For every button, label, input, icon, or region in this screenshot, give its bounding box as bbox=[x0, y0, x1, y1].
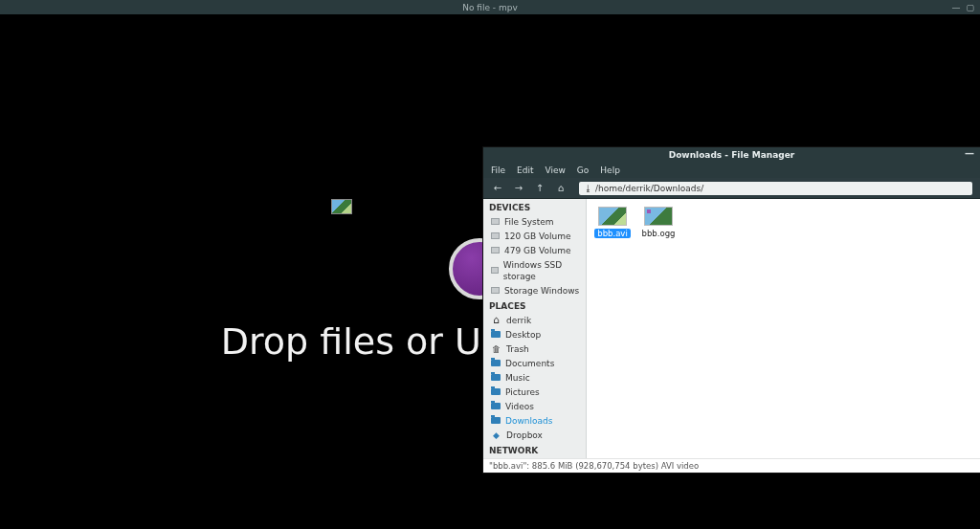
menu-view[interactable]: View bbox=[546, 165, 566, 175]
nav-home-icon[interactable]: ⌂ bbox=[554, 183, 568, 193]
mpv-titlebar: No file - mpv — ▢ bbox=[0, 0, 980, 14]
sidebar-item-label: Documents bbox=[505, 358, 554, 369]
folder-icon bbox=[491, 417, 501, 424]
path-text: /home/derrik/Downloads/ bbox=[595, 184, 703, 193]
folder-icon bbox=[491, 360, 501, 366]
menu-file[interactable]: File bbox=[491, 165, 505, 175]
sidebar-item-dropbox[interactable]: Dropbox bbox=[483, 428, 586, 442]
sidebar-item-label: Music bbox=[505, 372, 530, 384]
maximize-icon[interactable]: ▢ bbox=[966, 3, 974, 12]
fm-sidebar: DEVICES File System 120 GB Volume 479 GB… bbox=[483, 199, 587, 458]
fm-menubar: File Edit View Go Help bbox=[483, 163, 980, 178]
file-item-bbb-ogg[interactable]: bbb.ogg bbox=[640, 207, 677, 238]
fm-content[interactable]: bbb.avi bbb.ogg bbox=[587, 199, 980, 458]
folder-icon bbox=[491, 388, 501, 395]
sidebar-item-pictures[interactable]: Pictures bbox=[483, 385, 586, 399]
file-name: bbb.ogg bbox=[640, 229, 677, 238]
dropbox-icon bbox=[491, 430, 501, 440]
mpv-title: No file - mpv bbox=[462, 3, 518, 12]
sidebar-item-trash[interactable]: Trash bbox=[483, 342, 586, 356]
fm-statusbar: "bbb.avi": 885.6 MiB (928,670,754 bytes)… bbox=[483, 458, 980, 473]
sidebar-item-videos[interactable]: Videos bbox=[483, 399, 586, 413]
drag-preview-thumb bbox=[331, 199, 352, 214]
video-thumb-icon bbox=[644, 207, 673, 226]
sidebar-head-places: PLACES bbox=[483, 298, 586, 313]
sidebar-item-label: Dropbox bbox=[506, 430, 543, 441]
nav-back-icon[interactable]: ← bbox=[491, 183, 504, 193]
sidebar-item-label: Downloads bbox=[505, 415, 552, 427]
fm-titlebar: Downloads - File Manager — bbox=[483, 147, 980, 163]
trash-icon bbox=[491, 343, 501, 354]
sidebar-item-winssd[interactable]: Windows SSD storage bbox=[483, 257, 586, 283]
folder-icon bbox=[491, 331, 501, 338]
fm-minimize-icon[interactable]: — bbox=[965, 148, 974, 159]
sidebar-item-479gb[interactable]: 479 GB Volume bbox=[483, 243, 586, 257]
menu-help[interactable]: Help bbox=[600, 165, 620, 175]
sidebar-item-120gb[interactable]: 120 GB Volume bbox=[483, 229, 586, 243]
sidebar-head-network: NETWORK bbox=[483, 442, 586, 457]
video-thumb-icon bbox=[598, 207, 627, 226]
nav-forward-icon[interactable]: → bbox=[512, 183, 525, 193]
path-bar[interactable]: ⭳/home/derrik/Downloads/ bbox=[579, 182, 972, 195]
sidebar-item-home[interactable]: derrik bbox=[483, 313, 586, 327]
sidebar-item-label: 479 GB Volume bbox=[504, 245, 571, 256]
sidebar-item-downloads[interactable]: Downloads bbox=[483, 413, 586, 428]
sidebar-item-label: Pictures bbox=[505, 386, 540, 398]
file-name: bbb.avi bbox=[594, 229, 631, 238]
sidebar-item-label: 120 GB Volume bbox=[504, 231, 571, 242]
menu-go[interactable]: Go bbox=[577, 165, 589, 175]
drive-icon bbox=[491, 232, 500, 239]
file-item-bbb-avi[interactable]: bbb.avi bbox=[594, 207, 631, 238]
path-download-icon: ⭳ bbox=[583, 182, 592, 195]
sidebar-head-devices: DEVICES bbox=[483, 199, 586, 214]
sidebar-item-documents[interactable]: Documents bbox=[483, 356, 586, 370]
drive-icon bbox=[491, 267, 499, 274]
sidebar-item-label: Trash bbox=[506, 343, 529, 355]
file-manager-window: Downloads - File Manager — File Edit Vie… bbox=[483, 147, 980, 473]
sidebar-item-desktop[interactable]: Desktop bbox=[483, 327, 586, 342]
status-text: "bbb.avi": 885.6 MiB (928,670,754 bytes)… bbox=[489, 461, 699, 471]
fm-title: Downloads - File Manager bbox=[669, 150, 795, 160]
folder-icon bbox=[491, 403, 501, 409]
sidebar-item-file-system[interactable]: File System bbox=[483, 214, 586, 229]
drive-icon bbox=[491, 218, 500, 225]
folder-icon bbox=[491, 374, 501, 381]
sidebar-item-storagewin[interactable]: Storage Windows bbox=[483, 283, 586, 298]
nav-up-icon[interactable]: ↑ bbox=[533, 183, 546, 193]
sidebar-item-label: File System bbox=[504, 216, 553, 228]
sidebar-item-label: Windows SSD storage bbox=[503, 259, 580, 282]
drive-icon bbox=[491, 247, 500, 253]
fm-toolbar: ← → ↑ ⌂ ⭳/home/derrik/Downloads/ bbox=[483, 178, 980, 199]
sidebar-item-label: Desktop bbox=[505, 329, 541, 341]
menu-edit[interactable]: Edit bbox=[517, 165, 533, 175]
sidebar-item-label: Videos bbox=[505, 401, 534, 412]
sidebar-item-music[interactable]: Music bbox=[483, 370, 586, 385]
drive-icon bbox=[491, 287, 500, 294]
home-icon bbox=[491, 315, 501, 325]
minimize-icon[interactable]: — bbox=[951, 3, 960, 12]
sidebar-item-label: derrik bbox=[506, 315, 531, 326]
sidebar-item-label: Storage Windows bbox=[504, 285, 579, 297]
